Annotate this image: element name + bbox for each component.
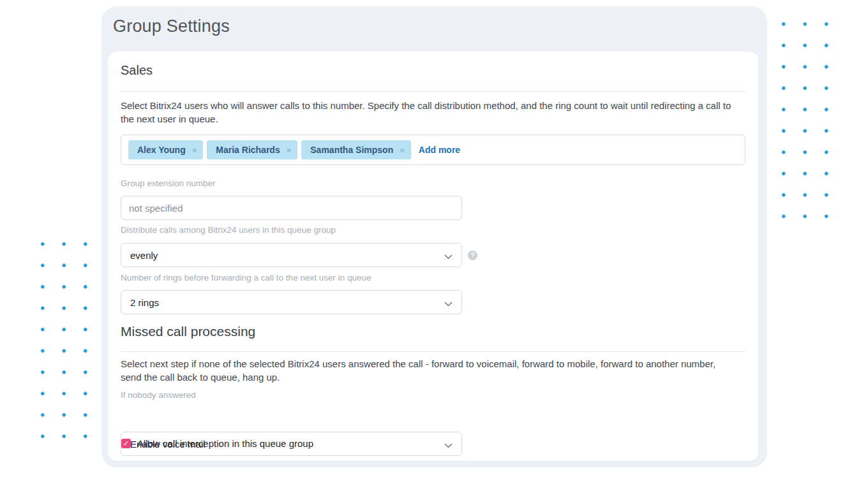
extension-input[interactable] [121,196,462,220]
missed-call-description: Select next step if none of the selected… [121,357,737,384]
rings-value: 2 rings [130,297,159,308]
distribution-value: evenly [130,250,158,261]
interception-label: Allow call interception in this queue gr… [137,438,313,449]
settings-content: Sales Select Bitrix24 users who will ans… [121,0,745,491]
distribution-select[interactable]: evenly [121,243,462,267]
member-chip[interactable]: Maria Richards × [207,140,297,159]
chevron-down-icon [444,440,453,448]
nobody-answered-label: If nobody answered [121,390,196,400]
queue-members-field[interactable]: Alex Young × Maria Richards × Samantha S… [121,135,745,165]
add-more-link[interactable]: Add more [419,145,460,155]
chevron-down-icon [444,251,453,260]
interception-option[interactable]: ✓ Allow call interception in this queue … [121,438,313,449]
page: Group Settings Sales Select Bitrix24 use… [0,0,868,491]
member-name: Alex Young [137,145,186,155]
check-icon: ✓ [123,440,129,447]
help-icon[interactable]: ? [468,251,477,260]
missed-call-heading: Missed call processing [121,324,255,339]
member-chip[interactable]: Samantha Simpson × [301,140,411,159]
member-name: Samantha Simpson [310,145,393,155]
remove-member-icon[interactable]: × [400,146,405,154]
remove-member-icon[interactable]: × [192,146,197,154]
remove-member-icon[interactable]: × [287,146,292,154]
member-chip[interactable]: Alex Young × [128,140,203,159]
decor-dots-left [32,233,96,447]
divider [121,91,745,92]
rings-select[interactable]: 2 rings [121,290,462,314]
extension-label: Group extension number [121,179,216,188]
divider [121,351,745,352]
interception-checkbox[interactable]: ✓ [121,439,131,448]
chevron-down-icon [444,298,453,307]
group-name-heading: Sales [121,63,153,78]
queue-description: Select Bitrix24 users who will answer ca… [121,99,737,126]
rings-label: Number of rings before forwarding a call… [121,273,371,282]
distribution-label: Distribute calls among Bitrix24 users in… [121,225,336,235]
decor-dots-right [773,13,837,227]
member-name: Maria Richards [216,145,280,155]
